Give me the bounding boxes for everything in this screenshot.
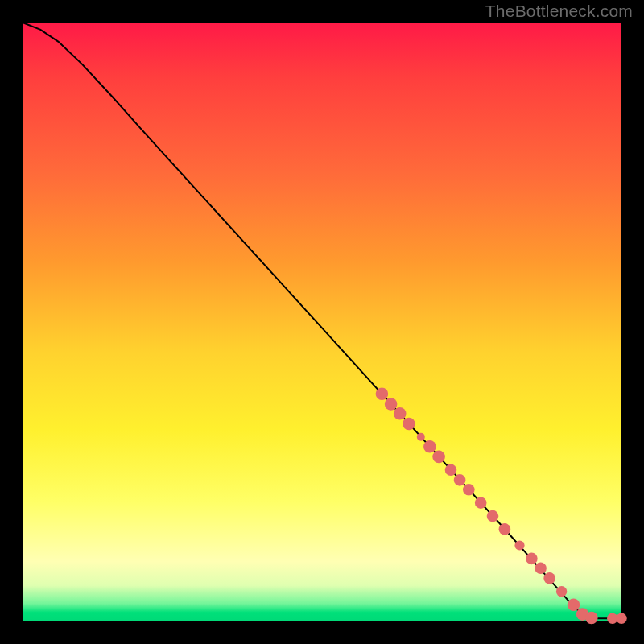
marker-group bbox=[376, 388, 627, 625]
chart-stage: TheBottleneck.com bbox=[0, 0, 644, 644]
bottleneck-curve bbox=[23, 23, 621, 618]
data-marker bbox=[445, 464, 457, 477]
chart-overlay bbox=[23, 23, 621, 621]
data-marker bbox=[475, 497, 487, 509]
data-marker bbox=[487, 510, 499, 522]
data-marker bbox=[616, 613, 626, 624]
data-marker bbox=[543, 572, 555, 584]
data-marker bbox=[556, 586, 567, 597]
data-marker bbox=[376, 388, 389, 401]
data-marker bbox=[454, 474, 466, 486]
data-marker bbox=[417, 433, 425, 441]
data-marker bbox=[568, 598, 580, 611]
data-marker bbox=[402, 418, 415, 431]
data-marker bbox=[385, 398, 398, 411]
watermark-text: TheBottleneck.com bbox=[485, 2, 633, 21]
data-marker bbox=[463, 484, 475, 496]
data-marker bbox=[514, 540, 524, 550]
data-marker bbox=[499, 523, 511, 535]
data-marker bbox=[535, 563, 547, 575]
data-marker bbox=[394, 407, 407, 420]
plot-area bbox=[23, 23, 621, 621]
data-marker bbox=[526, 553, 538, 565]
data-marker bbox=[585, 612, 598, 625]
data-marker bbox=[432, 451, 445, 464]
data-marker bbox=[423, 440, 436, 453]
